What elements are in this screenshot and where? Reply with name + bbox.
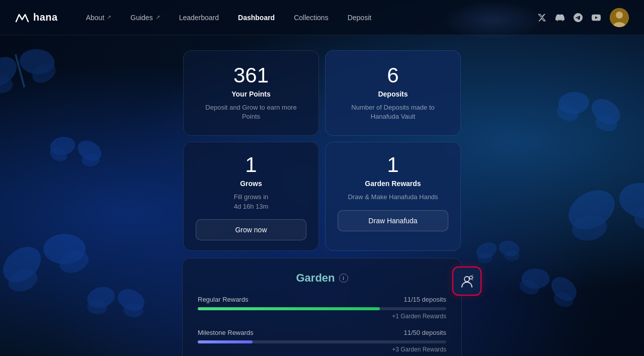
external-link-icon: ↗ (107, 14, 111, 21)
garden-info-icon[interactable]: i (339, 274, 348, 283)
svg-point-34 (616, 12, 623, 19)
milestone-rewards-bonus: +3 Garden Rewards (198, 346, 446, 353)
garden-rewards-value: 1 (338, 154, 448, 175)
regular-rewards-row: Regular Rewards 11/15 deposits +1 Garden… (198, 296, 446, 320)
external-link-icon: ↗ (155, 14, 160, 21)
discord-icon[interactable] (554, 12, 566, 23)
social-icons (536, 12, 602, 23)
nav-link-collections[interactable]: Collections (286, 11, 336, 25)
deposits-label: Deposits (338, 90, 448, 98)
milestone-rewards-progress-bg (198, 340, 446, 343)
garden-rewards-card: 1 Garden Rewards Draw & Make Hanafuda Ha… (325, 142, 461, 250)
grows-timer: 4d 16h 13m (234, 203, 269, 210)
points-label: Your Points (196, 90, 306, 98)
logo[interactable]: hana (15, 12, 58, 23)
milestone-rewards-name: Milestone Rewards (198, 329, 254, 336)
milestone-rewards-header: Milestone Rewards 11/50 deposits (198, 329, 446, 336)
regular-rewards-bonus: +1 Garden Rewards (198, 313, 446, 320)
grows-value: 1 (196, 154, 306, 175)
main-content: 361 Your Points Deposit and Grow to earn… (0, 35, 644, 356)
nav-link-guides[interactable]: Guides ↗ (122, 11, 168, 25)
garden-title: Garden i (296, 272, 348, 285)
garden-rewards-desc: Draw & Make Hanafuda Hands (338, 193, 448, 202)
svg-line-38 (471, 275, 473, 276)
regular-rewards-name: Regular Rewards (198, 296, 248, 303)
milestone-rewards-count: 11/50 deposits (404, 329, 446, 336)
regular-rewards-header: Regular Rewards 11/15 deposits (198, 296, 446, 303)
garden-section: Garden i Re (182, 258, 462, 356)
deposits-desc: Number of Deposits made to Hanafuda Vaul… (338, 103, 448, 121)
milestone-rewards-progress-fill (198, 340, 253, 343)
points-desc: Deposit and Grow to earn more Points (196, 103, 306, 121)
nav-right (536, 8, 629, 27)
grow-now-button[interactable]: Grow now (196, 219, 306, 240)
navbar: hana About ↗ Guides ↗ Leaderboard Dashbo… (0, 0, 644, 35)
stats-grid: 361 Your Points Deposit and Grow to earn… (183, 50, 461, 251)
nav-link-leaderboard[interactable]: Leaderboard (171, 11, 227, 25)
grows-card: 1 Grows Fill grows in 4d 16h 13m Grow no… (183, 142, 319, 250)
nav-link-dashboard[interactable]: Dashboard (230, 11, 283, 25)
telegram-icon[interactable] (573, 12, 584, 23)
logo-text: hana (33, 12, 58, 23)
grows-desc: Fill grows in 4d 16h 13m (196, 193, 306, 211)
nav-link-about[interactable]: About ↗ (78, 11, 120, 25)
video-icon[interactable] (591, 12, 602, 23)
nav-link-deposit[interactable]: Deposit (340, 11, 379, 25)
points-value: 361 (196, 65, 306, 86)
deposits-value: 6 (338, 65, 448, 86)
milestone-rewards-row: Milestone Rewards 11/50 deposits +3 Gard… (198, 329, 446, 353)
twitter-icon[interactable] (536, 12, 547, 23)
garden-header: Garden i (198, 272, 446, 285)
svg-line-40 (471, 279, 473, 280)
regular-rewards-progress-fill (198, 307, 380, 310)
share-profile-button[interactable] (452, 266, 481, 296)
grows-label: Grows (196, 180, 306, 188)
svg-point-36 (464, 277, 469, 282)
regular-rewards-count: 11/15 deposits (404, 296, 446, 303)
nav-links: About ↗ Guides ↗ Leaderboard Dashboard C… (78, 11, 536, 25)
draw-hanafuda-button[interactable]: Draw Hanafuda (338, 210, 448, 231)
user-avatar[interactable] (610, 8, 629, 27)
points-card: 361 Your Points Deposit and Grow to earn… (183, 50, 319, 136)
garden-rewards-label: Garden Rewards (338, 180, 448, 188)
regular-rewards-progress-bg (198, 307, 446, 310)
deposits-card: 6 Deposits Number of Deposits made to Ha… (325, 50, 461, 136)
